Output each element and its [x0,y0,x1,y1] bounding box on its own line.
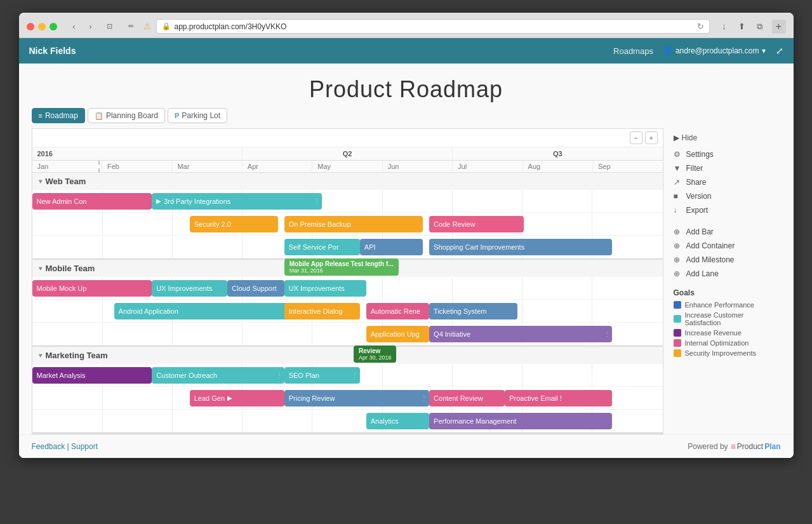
url-bar-container[interactable]: 🔒 ↻ [156,19,710,34]
hide-button[interactable]: ▶ Hide [674,133,781,142]
bar-automatic-rene[interactable]: Automatic Rene [366,303,429,319]
marketing-team-row-3-inner: Analytics Performance Management [32,410,663,432]
bar-lead-gen[interactable]: Lead Gen ▶ [190,390,284,406]
dots-icon: ⋮ [421,395,427,401]
bar-android-app[interactable]: Android Application ⋮ [114,303,291,319]
top-nav: Nick Fields Roadmaps 👤 andre@productplan… [19,38,794,64]
bar-label: UX Improvements [156,285,212,292]
marketing-team-row-2-inner: Lead Gen ▶ Pricing Review ⋮ Content Revi… [32,387,663,409]
zoom-in-button[interactable]: + [645,131,658,144]
powered-by-text: Powered by [688,442,728,451]
bar-shopping-cart[interactable]: Shopping Cart Improvements [429,239,612,255]
top-nav-right: Roadmaps 👤 andre@productplan.com ▾ ⤢ [613,46,783,56]
marketing-team-toggle[interactable]: ▾ [39,352,42,359]
refresh-icon[interactable]: ↻ [697,22,704,31]
feedback-link[interactable]: Feedback [32,442,65,451]
bar-label: API [364,243,376,251]
bar-performance-mgmt[interactable]: Performance Management [429,413,612,429]
share-label: Share [686,178,707,187]
forward-button[interactable]: › [84,20,98,34]
bar-on-premise[interactable]: On Premise Backup [284,216,423,232]
sidebar-add-lane[interactable]: ⊕ Add Lane [674,267,781,281]
right-sidebar: ▶ Hide ⚙ Settings ▼ Filter ↗ [663,128,781,434]
mobile-team-toggle[interactable]: ▾ [39,265,42,272]
sidebar-version[interactable]: ■ Version [674,189,781,203]
new-tab-button[interactable]: + [772,20,786,34]
bar-api[interactable]: API [360,239,423,255]
bar-customer-outreach[interactable]: Customer Outreach ⋮ [152,367,284,384]
tab-planning-board[interactable]: 📋 Planning Board [88,108,165,123]
share-button[interactable]: ⬆ [735,20,749,34]
mobile-team-row-3: Application Upg Q4 Initiative ⋮ [32,323,663,346]
bar-3rd-party[interactable]: ▶ 3rd Party Integrations ⋮ [152,193,322,210]
sidebar-add-container[interactable]: ⊕ Add Container [674,239,781,253]
bar-security[interactable]: Security 2.0 [190,216,278,232]
maximize-button[interactable] [50,23,57,30]
bar-ux-improvements-2[interactable]: UX Improvements [284,280,366,297]
bar-code-review[interactable]: Code Review [429,216,524,232]
bar-proactive-email[interactable]: Proactive Email ! [505,390,612,406]
download-button[interactable]: ↓ [717,20,731,34]
bookmark-button[interactable]: ✏ [124,20,138,34]
goal-dot-teal [674,315,681,323]
roadmap-main: − + 2016 Q2 Q3 [32,128,781,434]
web-team-toggle[interactable]: ▾ [39,178,42,185]
tab-bar: ≡ Roadmap 📋 Planning Board P Parking Lot [19,108,794,128]
bar-label: Performance Management [434,417,516,425]
bar-app-upg[interactable]: Application Upg [366,326,429,342]
user-menu[interactable]: 👤 andre@productplan.com ▾ [663,46,766,55]
support-link[interactable]: Support [71,442,98,451]
bar-seo-plan[interactable]: SEO Plan ⋮ [284,367,360,384]
mobile-milestone-tooltip: Mobile App Release Test length f... Mar … [284,259,399,276]
sidebar-export[interactable]: ↓ Export [674,203,781,217]
review-label: Review [359,347,392,354]
zoom-out-button[interactable]: − [630,131,642,144]
sidebar-settings[interactable]: ⚙ Settings [674,147,781,161]
tabs-button[interactable]: ⧉ [753,20,767,34]
bar-label: Customer Outreach [156,372,217,379]
mobile-team-header[interactable]: ▾ Mobile Team Mobile App Release Test le… [32,260,663,277]
web-team-row-2: Security 2.0 On Premise Backup Code Revi… [32,213,663,236]
roadmaps-link[interactable]: Roadmaps [613,46,653,56]
parking-tab-icon: P [175,112,179,119]
tab-roadmap[interactable]: ≡ Roadmap [32,108,85,123]
tab-view-button[interactable]: ⊡ [103,20,117,34]
fullscreen-icon[interactable]: ⤢ [776,46,783,56]
back-button[interactable]: ‹ [67,20,81,34]
bar-mobile-mockup[interactable]: Mobile Mock Up [32,280,152,297]
tab-parking-lot[interactable]: P Parking Lot [168,108,227,123]
version-label: Version [686,192,712,201]
sidebar-add-milestone[interactable]: ⊕ Add Milestone [674,253,781,267]
bar-interactive-dialog[interactable]: Interactive Dialog [284,303,360,319]
sidebar-share[interactable]: ↗ Share [674,175,781,189]
bar-content-review[interactable]: Content Review [429,390,505,406]
bar-ticketing-system[interactable]: Ticketing System [429,303,517,319]
sidebar-filter[interactable]: ▼ Filter [674,161,781,175]
month-may: May [312,161,382,172]
roadmap-header: Product Roadmap [19,64,794,108]
bar-label: SEO Plan [289,372,319,379]
sidebar-add-bar[interactable]: ⊕ Add Bar [674,225,781,239]
month-apr: Apr [243,161,312,172]
minimize-button[interactable] [38,23,46,30]
web-team-row-1-inner: New Admin Con ▶ 3rd Party Integrations ⋮ [32,191,663,212]
close-button[interactable] [27,23,34,30]
bar-q4-initiative[interactable]: Q4 Initiative ⋮ [429,326,612,342]
parking-tab-label: Parking Lot [182,111,220,120]
version-icon: ■ [674,192,682,201]
bar-market-analysis[interactable]: Market Analysis [32,367,152,384]
bar-self-service[interactable]: Self Service Por [284,239,360,255]
url-bar[interactable] [175,22,693,31]
mobile-team-container: ▾ Mobile Team Mobile App Release Test le… [32,260,663,347]
web-team-header[interactable]: ▾ Web Team [32,173,663,190]
bar-cloud-support[interactable]: Cloud Support [227,280,284,297]
bar-pricing-review[interactable]: Pricing Review ⋮ [284,390,429,406]
marketing-team-header[interactable]: ▾ Marketing Team Review Apr 30, 2016 [32,347,663,364]
bar-analytics[interactable]: Analytics [366,413,429,429]
bar-new-admin-con[interactable]: New Admin Con [32,193,152,210]
top-nav-left: Nick Fields [29,46,76,56]
content-area: Product Roadmap ≡ Roadmap 📋 Planning Boa… [19,64,794,458]
bar-ux-improvements-1[interactable]: UX Improvements [152,280,227,297]
month-header-row: Jan Feb Mar Apr May Jun Jul Aug Sep [32,161,663,173]
month-jul: Jul [453,161,522,172]
